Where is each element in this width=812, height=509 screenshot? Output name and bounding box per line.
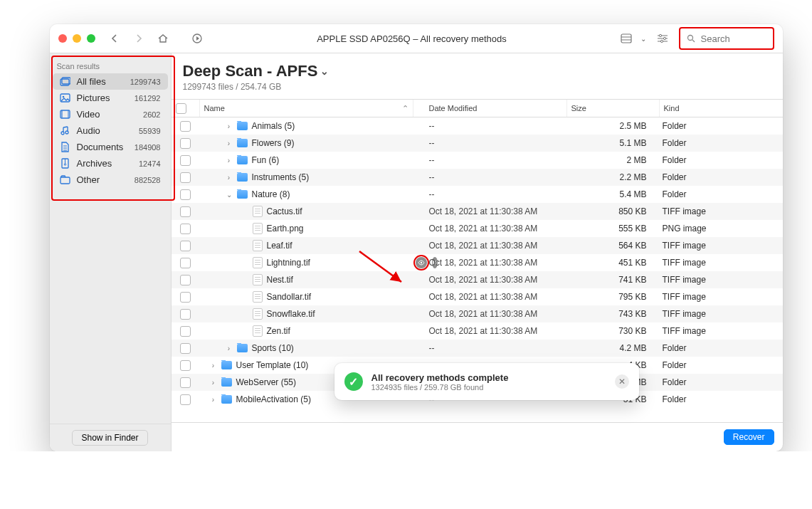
row-checkbox[interactable] [180, 206, 191, 217]
disclosure-right-icon[interactable]: › [226, 122, 233, 130]
row-checkbox[interactable] [180, 241, 191, 251]
table-row[interactable]: Cactus.tif Oct 18, 2021 at 11:30:38 AM 8… [172, 203, 783, 220]
row-kind: Folder [660, 189, 759, 199]
sidebar-item-video[interactable]: Video2602 [53, 106, 168, 122]
folder-icon [221, 395, 232, 404]
chevron-down-icon: ⌄ [320, 65, 329, 77]
row-checkbox[interactable] [180, 189, 191, 200]
table-row[interactable]: ⌄Nature (8) -- 5.4 MB Folder [172, 186, 783, 203]
row-checkbox[interactable] [180, 224, 191, 234]
table-row[interactable]: ›Sports (10) -- 4.2 MB Folder [172, 340, 783, 357]
nav-back[interactable] [105, 31, 124, 46]
row-checkbox[interactable] [180, 155, 191, 166]
col-date[interactable]: Date Modified [425, 100, 567, 117]
sidebar-item-label: Audio [77, 125, 100, 136]
sidebar-item-all-files[interactable]: All files1299743 [53, 73, 168, 90]
row-size: 451 KB [567, 258, 660, 268]
col-name[interactable]: Name⌃ [200, 100, 413, 117]
table-row[interactable]: Earth.png Oct 18, 2021 at 11:30:38 AM 55… [172, 220, 783, 237]
minimize-window[interactable] [73, 34, 81, 43]
sidebar-item-other[interactable]: Other882528 [53, 172, 168, 188]
table-row[interactable]: ›Instruments (5) -- 2.2 MB Folder [172, 169, 783, 186]
svg-point-3 [663, 37, 665, 39]
row-date: Oct 18, 2021 at 11:30:38 AM [425, 292, 567, 302]
col-kind[interactable]: Kind [660, 100, 759, 117]
row-checkbox[interactable] [180, 275, 191, 285]
rescan-icon[interactable] [188, 31, 206, 46]
show-in-finder-button[interactable]: Show in Finder [72, 430, 147, 446]
view-mode-icon[interactable] [618, 31, 636, 46]
row-kind: Folder [660, 121, 759, 131]
row-checkbox[interactable] [180, 292, 191, 303]
folder-icon [237, 139, 248, 147]
row-name: Snowflake.tif [267, 309, 315, 319]
row-kind: Folder [660, 138, 759, 148]
row-name: MobileActivation (5) [236, 394, 311, 404]
row-checkbox[interactable] [180, 258, 191, 268]
row-checkbox[interactable] [180, 343, 191, 354]
row-checkbox[interactable] [180, 121, 191, 132]
row-checkbox[interactable] [180, 309, 191, 320]
disclosure-down-icon[interactable]: ⌄ [226, 191, 233, 199]
table-row[interactable]: Snowflake.tif Oct 18, 2021 at 11:30:38 A… [172, 305, 783, 322]
row-size: 2.5 MB [567, 121, 660, 131]
disclosure-right-icon[interactable]: › [210, 362, 217, 369]
disclosure-right-icon[interactable]: › [226, 345, 233, 352]
row-name: Cactus.tif [267, 206, 302, 216]
filter-icon[interactable] [653, 31, 672, 46]
footer: Recover [172, 422, 783, 451]
row-kind: Folder [660, 360, 759, 370]
disclosure-right-icon[interactable]: › [226, 157, 233, 164]
search-input[interactable] [700, 33, 759, 45]
table-row[interactable]: Lightning.tif Oct 18, 2021 at 11:30:38 A… [172, 254, 783, 271]
row-size: 564 KB [567, 241, 660, 251]
sidebar-item-archives[interactable]: Archives12474 [53, 155, 168, 172]
sidebar-item-documents[interactable]: Documents184908 [53, 139, 168, 155]
select-all-checkbox[interactable] [176, 103, 186, 114]
row-checkbox[interactable] [180, 172, 191, 183]
row-kind: Folder [660, 394, 759, 404]
table-row[interactable]: ›Animals (5) -- 2.5 MB Folder [172, 117, 783, 135]
view-mode-chevron-icon[interactable]: ⌄ [640, 35, 646, 43]
file-icon [253, 308, 263, 320]
row-date: Oct 18, 2021 at 11:30:38 AM [425, 326, 567, 336]
disclosure-right-icon[interactable]: › [226, 140, 233, 147]
folder-icon [237, 190, 248, 199]
close-window[interactable] [58, 34, 67, 43]
file-icon [253, 223, 263, 234]
disclosure-right-icon[interactable]: › [210, 396, 217, 404]
zoom-window[interactable] [87, 34, 95, 43]
svg-point-9 [63, 96, 65, 98]
table-row[interactable]: ›Fun (6) -- 2 MB Folder [172, 152, 783, 169]
row-checkbox[interactable] [180, 394, 191, 405]
recover-button[interactable]: Recover [724, 429, 774, 445]
disclosure-right-icon[interactable]: › [210, 379, 217, 387]
table-row[interactable]: Nest.tif Oct 18, 2021 at 11:30:38 AM 741… [172, 271, 783, 288]
sidebar-item-pictures[interactable]: Pictures161292 [53, 90, 168, 106]
sidebar-item-label: Documents [77, 142, 124, 152]
row-size: 4.2 MB [567, 343, 660, 353]
row-size: 2 MB [567, 155, 660, 165]
row-checkbox[interactable] [180, 326, 191, 337]
row-checkbox[interactable] [180, 360, 191, 371]
row-kind: TIFF image [660, 309, 759, 319]
disclosure-right-icon[interactable]: › [226, 174, 233, 182]
table-row[interactable]: Leaf.tif Oct 18, 2021 at 11:30:38 AM 564… [172, 237, 783, 254]
row-name: Instruments (5) [252, 172, 310, 182]
page-title[interactable]: Deep Scan - APFS ⌄ [183, 62, 771, 80]
row-checkbox[interactable] [180, 138, 191, 149]
sidebar-item-count: 882528 [130, 176, 161, 184]
toast-close-icon[interactable]: ✕ [615, 374, 629, 389]
sidebar-item-count: 12474 [130, 159, 161, 168]
table-row[interactable]: Zen.tif Oct 18, 2021 at 11:30:38 AM 730 … [172, 322, 783, 340]
nav-forward[interactable] [130, 31, 148, 46]
search-field[interactable] [682, 30, 771, 47]
sidebar-item-audio[interactable]: Audio55939 [53, 122, 168, 139]
home-icon[interactable] [154, 31, 172, 46]
row-checkbox[interactable] [180, 377, 191, 388]
row-kind: TIFF image [660, 326, 759, 336]
col-size[interactable]: Size [567, 100, 660, 117]
table-row[interactable]: ›Flowers (9) -- 5.1 MB Folder [172, 135, 783, 152]
col-checkbox[interactable] [172, 100, 200, 117]
table-row[interactable]: Sandollar.tif Oct 18, 2021 at 11:30:38 A… [172, 288, 783, 305]
